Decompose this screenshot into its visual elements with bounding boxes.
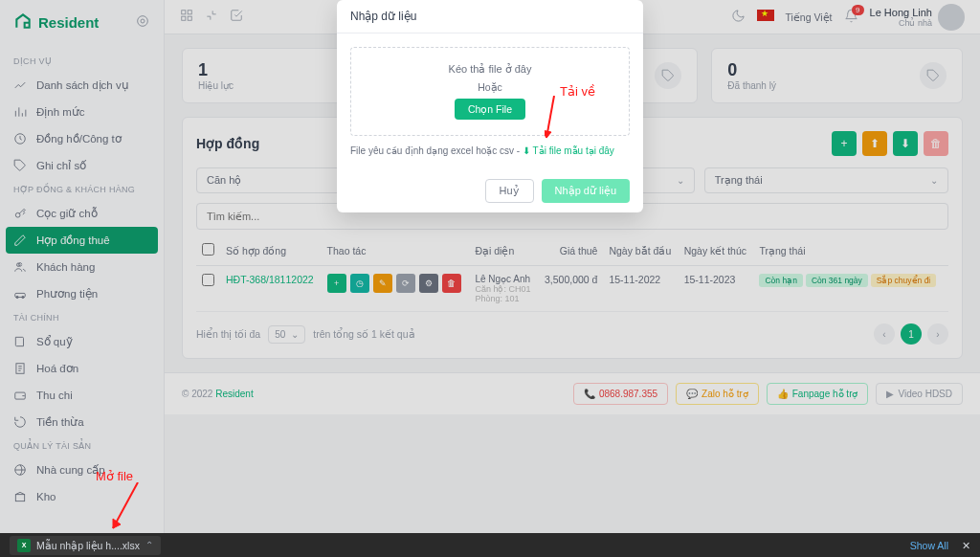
submit-button[interactable]: Nhập dữ liệu bbox=[542, 179, 630, 203]
drop-or: Hoặc bbox=[359, 81, 621, 93]
download-icon: ⬇ bbox=[523, 145, 530, 156]
chevron-up-icon[interactable]: ⌃ bbox=[145, 540, 153, 550]
template-link[interactable]: Tải file mẫu tại đây bbox=[533, 145, 614, 156]
modal-overlay[interactable]: Nhập dữ liệu Kéo thả file ở đây Hoặc Chọ… bbox=[0, 0, 980, 557]
note-pre: File yêu cầu định dạng excel hoặc csv - bbox=[350, 145, 523, 156]
drop-text: Kéo thả file ở đây bbox=[359, 63, 621, 76]
download-bar: X Mẫu nhập liệu h....xlsx ⌃ Show All ✕ bbox=[0, 533, 980, 557]
show-all-link[interactable]: Show All bbox=[910, 540, 948, 551]
cancel-button[interactable]: Huỷ bbox=[485, 179, 534, 203]
excel-icon: X bbox=[17, 539, 31, 552]
close-icon[interactable]: ✕ bbox=[962, 540, 970, 551]
dropzone[interactable]: Kéo thả file ở đây Hoặc Chọn File bbox=[350, 47, 630, 136]
choose-file-button[interactable]: Chọn File bbox=[455, 99, 525, 120]
modal-title: Nhập dữ liệu bbox=[337, 0, 643, 33]
import-modal: Nhập dữ liệu Kéo thả file ở đây Hoặc Chọ… bbox=[337, 0, 643, 212]
file-name: Mẫu nhập liệu h....xlsx bbox=[36, 540, 140, 551]
download-file[interactable]: X Mẫu nhập liệu h....xlsx ⌃ bbox=[10, 536, 161, 555]
